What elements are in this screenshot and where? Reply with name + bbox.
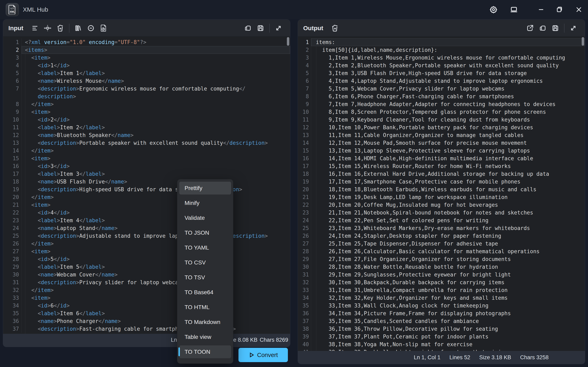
line-number: 33 <box>298 286 311 294</box>
code-line: 3 <item> <box>3 54 290 62</box>
code-line: 36 34,Item 34,Picture Frame,Frame for di… <box>298 309 585 317</box>
line-number: 4 <box>298 62 311 69</box>
line-number: 22 <box>298 201 311 209</box>
code-line: 13 11,Item 11,Cable Organizer,Organizer … <box>298 131 585 139</box>
code-line: 8 6,Item 6,Phone Charger,Fast-charging c… <box>298 92 585 100</box>
load-file-button[interactable] <box>97 22 110 34</box>
library-button[interactable] <box>72 22 85 34</box>
menu-item-label: TO Markdown <box>185 319 220 325</box>
minimize-button[interactable] <box>534 2 548 17</box>
menu-item-to-html[interactable]: TO HTML <box>179 301 231 314</box>
line-number: 32 <box>298 278 311 286</box>
menu-item-to-tsv[interactable]: TO TSV <box>179 271 231 284</box>
code-line: 33 31,Item 31,Umbrella,Compact umbrella … <box>298 286 585 294</box>
menu-item-label: TO YAML <box>185 244 209 251</box>
line-number: 29 <box>298 255 311 263</box>
line-number: 14 <box>298 139 311 147</box>
line-number: 3 <box>298 54 311 62</box>
menu-item-to-yaml[interactable]: TO YAML <box>179 241 231 254</box>
format-button[interactable] <box>29 22 41 34</box>
line-number: 28 <box>3 255 21 263</box>
copy-output-button[interactable] <box>536 22 549 34</box>
menu-item-table-view[interactable]: Table view <box>179 331 231 343</box>
menu-item-label: Validate <box>185 215 205 221</box>
status-item: Size 3.18 KB <box>479 354 511 361</box>
file-import-icon <box>100 25 107 32</box>
code-line: 15 <item> <box>3 155 290 162</box>
menu-item-to-json[interactable]: TO JSON <box>179 226 231 239</box>
code-line: 19 17,Item 17,Smartphone Case,Protective… <box>298 178 585 185</box>
line-number: 9 <box>298 100 311 108</box>
menu-item-to-base64[interactable]: TO Base64 <box>179 286 231 299</box>
save-icon <box>257 25 264 32</box>
line-number: 32 <box>3 286 21 294</box>
code-line: 2 item[50]{id,label,name,description}: <box>298 46 585 54</box>
line-number: 26 <box>3 240 21 248</box>
line-number: 21 <box>3 201 21 209</box>
menu-item-validate[interactable]: Validate <box>179 211 231 224</box>
output-editor[interactable]: 1items:2 item[50]{id,label,name,descript… <box>298 37 585 351</box>
restore-button[interactable] <box>552 2 567 17</box>
menu-item-to-csv[interactable]: TO CSV <box>179 256 231 269</box>
line-number: 16 <box>298 155 311 162</box>
close-icon <box>575 6 582 13</box>
code-line: 14 </item> <box>3 147 290 155</box>
toolbar-divider <box>269 24 270 33</box>
line-number: 12 <box>3 131 21 139</box>
convert-button[interactable]: Convert <box>238 348 288 362</box>
close-button[interactable] <box>572 2 586 17</box>
code-line: 33 <item> <box>3 294 290 302</box>
output-vertical-scrollbar[interactable] <box>582 37 584 46</box>
menu-item-to-markdown[interactable]: TO Markdown <box>179 316 231 328</box>
menu-item-label: TO TSV <box>185 274 205 281</box>
convert-button-label: Convert <box>257 352 278 359</box>
status-item: Lines 52 <box>449 354 470 361</box>
line-number: 6 <box>3 77 21 85</box>
output-panel-title: Output <box>303 25 323 32</box>
output-toolbar: Output <box>298 20 585 37</box>
input-editor[interactable]: 1<?xml version="1.0" encoding="UTF-8"?>2… <box>3 37 290 334</box>
line-number: 23 <box>298 209 311 217</box>
code-line: 7 <description>Ergonomic wireless mouse … <box>3 85 290 92</box>
menu-item-to-toon[interactable]: TO TOON <box>179 345 231 358</box>
code-line: 22 20,Item 20,Coffee Mug,Insulated mug f… <box>298 201 585 209</box>
code-line: 18 16,Item 16,External Hard Drive,Additi… <box>298 170 585 178</box>
code-line: 29 <label>Item 5</label> <box>3 263 290 271</box>
code-line: 17 15,Item 15,Wireless Router,Router for… <box>298 162 585 170</box>
code-line: 5 3,Item 3,USB Flash Drive,High-speed US… <box>298 69 585 77</box>
clear-output-button[interactable] <box>329 22 341 34</box>
expand-input-button[interactable] <box>272 22 285 34</box>
save-input-button[interactable] <box>254 22 267 34</box>
input-vertical-scrollbar[interactable] <box>287 37 289 46</box>
link-button[interactable] <box>85 22 97 34</box>
code-line: 18 <name>USB Flash Drive</name> <box>3 178 290 185</box>
code-line: 9 7,Item 7,Headphone Adapter,Adapter for… <box>298 100 585 108</box>
menu-item-prettify[interactable]: Prettify <box>179 182 231 194</box>
settings-button[interactable] <box>486 2 501 17</box>
input-toolbar: Input <box>3 20 290 37</box>
minify-button[interactable] <box>41 22 54 34</box>
code-line: 40 38,Item 38,Yoga Mat,Non-slip mat for … <box>298 341 585 348</box>
copy-input-button[interactable] <box>242 22 254 34</box>
save-output-button[interactable] <box>549 22 562 34</box>
code-line: 1<?xml version="1.0" encoding="UTF-8"?> <box>3 38 290 46</box>
line-number: 13 <box>298 131 311 139</box>
code-line: 15 13,Item 13,Laptop Sleeve,Protective s… <box>298 147 585 155</box>
clear-input-button[interactable] <box>54 22 67 34</box>
toolbar-divider <box>69 24 69 33</box>
share-output-button[interactable] <box>524 22 536 34</box>
code-line: 32 </item> <box>3 286 290 294</box>
code-line: 38 36,Item 36,Throw Pillow,Decorative pi… <box>298 325 585 333</box>
convert-mode-menu: PrettifyMinifyValidateTO JSONTO YAMLTO C… <box>177 179 233 364</box>
code-line: 24 <name>Laptop Stand</name> <box>3 224 290 232</box>
code-line: 34 32,Item 32,Key Holder,Organizer for k… <box>298 294 585 302</box>
expand-output-button[interactable] <box>567 22 580 34</box>
display-mode-button[interactable] <box>507 2 521 17</box>
save-icon <box>552 25 559 32</box>
line-number: 35 <box>3 309 21 317</box>
line-number: 16 <box>3 162 21 170</box>
menu-item-minify[interactable]: Minify <box>179 197 231 209</box>
line-number: 1 <box>298 38 311 46</box>
code-line: 8 </item> <box>3 100 290 108</box>
line-number: 23 <box>3 217 21 224</box>
